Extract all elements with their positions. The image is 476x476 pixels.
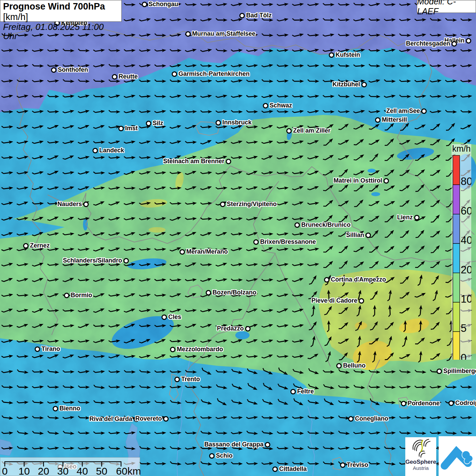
city-marker (170, 347, 175, 352)
city-marker (185, 31, 191, 37)
city-marker (51, 67, 56, 73)
svg-text:20: 20 (38, 465, 49, 476)
city-label: Berchtesgaden (406, 40, 450, 47)
city-marker (216, 120, 221, 125)
svg-text:60: 60 (461, 205, 471, 217)
city-label: Schlanders/Silandro (63, 257, 122, 264)
city-marker (123, 258, 129, 264)
city-marker (437, 369, 442, 374)
city-marker (375, 117, 380, 123)
svg-text:km/h: km/h (452, 144, 471, 153)
city-labels-layer: SchongauBad TölzKemptenMurnau am Staffel… (0, 0, 476, 476)
city-marker (359, 298, 364, 304)
svg-text:10: 10 (18, 465, 30, 476)
city-marker (142, 2, 147, 7)
city-label: Garmisch-Partenkirchen (178, 70, 250, 78)
svg-text:40: 40 (461, 234, 471, 246)
svg-text:40: 40 (76, 465, 88, 476)
city-marker (239, 13, 245, 18)
city-label: Mezzolombardo (177, 346, 223, 353)
city-label: Cortina d'Ampezzo (331, 276, 386, 283)
city-label: Matrei in Osttirol (334, 177, 382, 184)
city-label: Feltre (297, 388, 314, 395)
city-label: Kitzbühel (333, 81, 360, 88)
city-label: Bormio (71, 292, 92, 299)
city-marker (53, 406, 58, 411)
city-marker (253, 239, 259, 245)
city-marker (272, 466, 278, 472)
city-marker (226, 159, 231, 164)
city-marker (324, 277, 329, 283)
city-marker (265, 442, 270, 447)
svg-text:5: 5 (461, 322, 466, 334)
city-marker (452, 41, 457, 47)
city-label: Brixen/Bressanone (260, 238, 316, 245)
city-marker (206, 290, 211, 295)
distance-scalebar: 0102030405060km (0, 457, 140, 476)
city-marker (366, 233, 371, 238)
city-label: Trento (181, 376, 200, 383)
city-label: Mittersill (382, 116, 407, 123)
model-label-box: Modell: C-LAEF (417, 0, 476, 13)
svg-text:20: 20 (461, 264, 471, 276)
model-label: Modell: C-LAEF (417, 0, 476, 16)
svg-text:80: 80 (461, 175, 471, 187)
city-label: Pordenone (408, 400, 440, 407)
city-label: Sillian (346, 232, 364, 239)
city-marker (421, 108, 427, 114)
city-marker (286, 128, 292, 134)
city-label: Kufstein (336, 51, 360, 58)
svg-text:30: 30 (57, 465, 68, 476)
wind-forecast-map: SchongauBad TölzKemptenMurnau am Staffel… (0, 0, 476, 476)
title-unit: [km/h] (3, 12, 28, 22)
city-label: Bassano del Grappa (204, 441, 264, 448)
city-label: Predazzo (217, 325, 244, 332)
city-label: Landeck (99, 147, 124, 154)
city-label: Conegliano (355, 415, 388, 422)
city-marker (401, 401, 406, 406)
city-marker (112, 74, 117, 80)
city-label: Cittadella (279, 465, 307, 473)
city-marker (35, 346, 40, 352)
city-marker (92, 148, 98, 153)
city-label: Sonthofen (58, 66, 88, 73)
city-label: Steinach am Brenner (163, 158, 224, 165)
city-marker (172, 71, 177, 77)
city-marker (174, 377, 180, 382)
map-title: Prognose Wind 700hPa [km/h] (3, 1, 119, 22)
city-label: Schio (216, 452, 233, 459)
city-label: Bad Tölz (246, 12, 272, 19)
geosphere-name: GeoSphere (405, 459, 436, 465)
city-label: Zell am Ziller (293, 127, 330, 134)
geosphere-logo: GeoSphere Austria (405, 437, 436, 476)
city-label: Pieve di Cadore (311, 297, 357, 304)
city-marker (263, 103, 268, 108)
svg-text:60km: 60km (116, 465, 140, 476)
city-label: Bienno (60, 405, 80, 412)
city-marker (348, 416, 354, 422)
city-label: Codroipo (455, 400, 476, 407)
svg-text:10: 10 (461, 293, 471, 305)
city-marker (162, 314, 167, 320)
city-label: Spilimbergo (443, 368, 476, 375)
city-marker (146, 121, 151, 126)
city-marker (83, 202, 89, 207)
city-marker (361, 82, 367, 87)
city-marker (466, 38, 471, 44)
city-label: Sterzing/Vipiteno (227, 201, 277, 208)
city-label: Murnau am Staffelsee (192, 30, 255, 37)
city-label: Treviso (347, 461, 368, 469)
title-parameter: Prognose Wind 700hPa (3, 1, 105, 12)
city-label: Tirano (41, 345, 60, 353)
city-marker (414, 215, 420, 220)
city-marker (329, 52, 334, 58)
city-label: Bozen/Bolzano (213, 289, 256, 296)
city-marker (220, 202, 225, 207)
city-label: Innsbruck (222, 119, 252, 126)
city-label: Schwaz (270, 102, 292, 109)
geosphere-country: Austria (413, 465, 429, 471)
city-label: Reutte (119, 73, 138, 80)
city-label: Lienz (397, 214, 413, 221)
city-marker (245, 326, 251, 332)
city-marker (448, 401, 454, 406)
